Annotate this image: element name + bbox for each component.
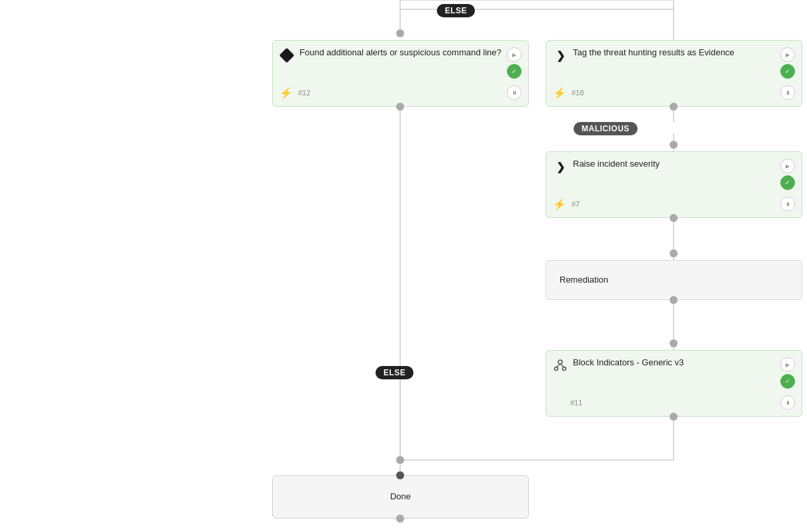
raise-play-btn[interactable]: ▶ <box>780 159 795 173</box>
done-card[interactable]: Done <box>272 475 529 519</box>
remediation-card-title: Remediation <box>560 275 788 286</box>
raise-lightning-icon: ⚡ <box>553 198 566 211</box>
block-card-title: Block Indicators - Generic v3 <box>573 357 775 369</box>
dot-12 <box>396 515 404 523</box>
done-card-title: Done <box>273 491 528 503</box>
alerts-play-btn[interactable]: ▶ <box>507 47 522 62</box>
alerts-lightning-icon: ⚡ <box>279 87 293 99</box>
alerts-card-title: Found additional alerts or suspicious co… <box>299 47 502 59</box>
dot-1 <box>396 29 404 37</box>
diamond-icon <box>279 48 294 63</box>
block-pause-btn[interactable]: ⏸ <box>780 395 795 410</box>
raise-id: #7 <box>572 200 580 208</box>
block-check-btn[interactable]: ✓ <box>780 374 795 389</box>
remediation-card[interactable]: Remediation <box>546 260 802 300</box>
dot-8 <box>670 339 678 347</box>
dot-4 <box>670 141 678 149</box>
raise-pause-btn[interactable]: ⏸ <box>780 197 795 211</box>
tag-card[interactable]: ❯ Tag the threat hunting results as Evid… <box>546 40 802 107</box>
else-label-top: ELSE <box>437 4 475 17</box>
tag-play-btn[interactable]: ▶ <box>780 47 795 62</box>
svg-point-12 <box>558 360 562 364</box>
tag-card-title: Tag the threat hunting results as Eviden… <box>573 47 775 59</box>
workflow-canvas: ELSE Found additional alerts or suspicio… <box>0 0 807 532</box>
dot-3 <box>670 103 678 111</box>
tag-check-btn[interactable]: ✓ <box>780 64 795 79</box>
raise-card-title: Raise incident severity <box>573 159 775 170</box>
raise-card[interactable]: ❯ Raise incident severity ▶ ✓ ⚡ #7 ⏸ <box>546 151 802 218</box>
alerts-card[interactable]: Found additional alerts or suspicious co… <box>272 40 529 107</box>
malicious-label: MALICIOUS <box>574 122 638 135</box>
dot-11 <box>396 471 404 479</box>
tag-lightning-icon: ⚡ <box>553 87 566 99</box>
raise-chevron-icon: ❯ <box>553 159 568 174</box>
dot-6 <box>670 249 678 257</box>
svg-line-16 <box>560 364 564 367</box>
dot-9 <box>670 413 678 421</box>
dot-10 <box>396 456 404 464</box>
block-play-btn[interactable]: ▶ <box>780 357 795 372</box>
tag-id: #18 <box>572 89 584 97</box>
else-label-bottom: ELSE <box>375 366 414 379</box>
alerts-check-btn[interactable]: ✓ <box>507 64 522 79</box>
svg-point-13 <box>555 367 558 371</box>
dot-7 <box>670 296 678 304</box>
block-id: #11 <box>570 399 582 407</box>
block-network-icon <box>553 358 568 373</box>
alerts-pause-btn[interactable]: ⏸ <box>507 85 522 100</box>
svg-line-15 <box>556 364 560 367</box>
block-card[interactable]: Block Indicators - Generic v3 ▶ ✓ #11 ⏸ <box>546 350 802 417</box>
dot-2 <box>396 103 404 111</box>
raise-check-btn[interactable]: ✓ <box>780 175 795 190</box>
tag-chevron-icon: ❯ <box>553 48 568 63</box>
svg-point-14 <box>563 367 566 371</box>
dot-5 <box>670 214 678 222</box>
tag-pause-btn[interactable]: ⏸ <box>780 85 795 100</box>
alerts-id: #12 <box>298 89 310 97</box>
